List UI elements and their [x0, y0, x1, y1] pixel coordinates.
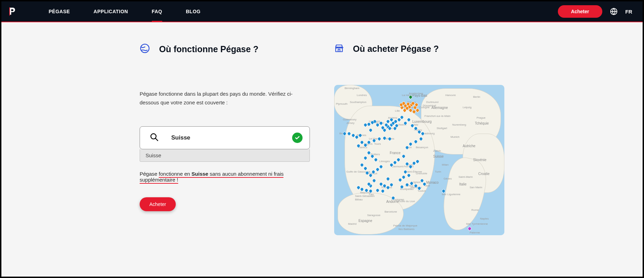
- language-code[interactable]: FR: [625, 9, 632, 15]
- search-icon: [150, 133, 159, 143]
- coverage-result: Pégase fonctionne en Suisse sans aucun a…: [140, 171, 310, 183]
- globe-section-icon: [140, 43, 150, 55]
- buy-button-secondary[interactable]: Acheter: [140, 197, 176, 211]
- nav-faq[interactable]: FAQ: [140, 2, 174, 21]
- country-search-box[interactable]: [140, 126, 310, 149]
- svg-rect-0: [9, 7, 10, 16]
- check-icon: [292, 133, 303, 143]
- language-globe-icon[interactable]: [610, 8, 618, 15]
- nav-application[interactable]: APPLICATION: [82, 2, 140, 21]
- buy-button[interactable]: Acheter: [558, 5, 602, 18]
- country-search: Suisse: [140, 126, 310, 149]
- country-dropdown-option[interactable]: Suisse: [140, 149, 310, 162]
- main-nav: PÉGASE APPLICATION FAQ BLOG: [37, 2, 212, 21]
- svg-line-4: [155, 138, 158, 141]
- store-section-icon: [334, 43, 344, 54]
- nav-pegase[interactable]: PÉGASE: [37, 2, 82, 21]
- where-works-title: Où fonctionne Pégase ?: [159, 44, 258, 54]
- store-map[interactable]: FranceEspagneAndorreItalieSuisseAllemagn…: [334, 85, 504, 235]
- svg-point-2: [141, 44, 149, 53]
- nav-blog[interactable]: BLOG: [174, 2, 212, 21]
- country-search-input[interactable]: [171, 134, 292, 141]
- where-buy-title: Où acheter Pégase ?: [353, 44, 439, 54]
- top-nav: PÉGASE APPLICATION FAQ BLOG Acheter FR: [1, 1, 643, 22]
- svg-point-3: [151, 134, 156, 139]
- logo[interactable]: [8, 7, 16, 16]
- where-works-intro: Pégase fonctionne dans la plupart des pa…: [140, 90, 310, 107]
